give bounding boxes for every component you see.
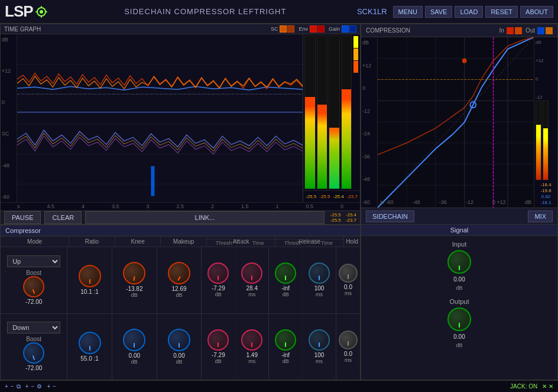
time-graph-svg bbox=[17, 34, 303, 202]
ratio-cell-2: 55.0 :1 bbox=[67, 314, 112, 380]
vu-meter-4 bbox=[341, 35, 352, 189]
comp-meters-container bbox=[536, 101, 556, 180]
ratio-knob-2[interactable] bbox=[79, 332, 101, 354]
save-button[interactable]: SAVE bbox=[425, 6, 453, 18]
release-time-knob-2[interactable] bbox=[309, 329, 330, 351]
color-bar-3 bbox=[353, 61, 358, 73]
vu-meter-area: -25.5 -25.5 -25.4 -23.7 bbox=[303, 34, 360, 202]
release-time-unit-1: ms bbox=[316, 291, 323, 297]
attack-thresh-knob-2[interactable] bbox=[207, 329, 229, 351]
comp-right-db-scale: dB +12 0 -12 bbox=[536, 40, 556, 100]
makeup-unit-2: dB bbox=[176, 359, 183, 365]
makeup-knob-2[interactable] bbox=[168, 329, 190, 351]
release-thresh-value-2: -inf bbox=[281, 352, 290, 358]
attack-time-knob-2[interactable] bbox=[241, 329, 262, 351]
x-label-m36: -36 bbox=[439, 199, 447, 205]
mode-select-2[interactable]: Down Up bbox=[7, 322, 60, 333]
status-paste-icon[interactable]: + bbox=[25, 383, 29, 390]
logo-text: LSP bbox=[5, 2, 33, 21]
status-link-icon[interactable]: ⚙ bbox=[37, 383, 42, 390]
knee-knob-2[interactable] bbox=[123, 329, 145, 351]
about-button[interactable]: ABOUT bbox=[520, 6, 553, 18]
boost-knob-1-indicator bbox=[33, 289, 35, 294]
status-minus-icon[interactable]: − bbox=[11, 383, 14, 390]
clear-button[interactable]: CLEAR bbox=[44, 211, 82, 224]
status-minus2-icon[interactable]: − bbox=[31, 383, 35, 390]
compressor-header: Compressor bbox=[1, 225, 360, 237]
release-thresh-cell-1: -inf dB bbox=[269, 247, 303, 313]
db-label-top: dB bbox=[2, 37, 15, 43]
status-unlink-icon[interactable]: − bbox=[53, 383, 56, 390]
x-label-m48: -48 bbox=[413, 199, 420, 205]
boost-knob-2-indicator bbox=[33, 355, 35, 360]
vu-meter-1 bbox=[304, 35, 316, 189]
svg-point-30 bbox=[462, 59, 467, 63]
in-indicator-2 bbox=[515, 27, 522, 34]
hold-knob-1-indicator bbox=[348, 274, 349, 279]
time-0: 0 bbox=[340, 203, 343, 209]
load-button[interactable]: LOAD bbox=[455, 6, 483, 18]
comp-bottom-bar: SIDECHAIN MIX bbox=[361, 208, 557, 224]
boost-label-1: Boost bbox=[26, 270, 41, 276]
status-add-icon[interactable]: + bbox=[5, 383, 8, 390]
attack-thresh-knob-1-indicator bbox=[218, 276, 219, 280]
time-2: 2 bbox=[211, 203, 214, 209]
release-thresh-knob-1-indicator bbox=[285, 276, 286, 280]
attack-time-sub: Time bbox=[241, 239, 275, 247]
boost-knob-1[interactable] bbox=[23, 276, 44, 297]
knee-knob-2-indicator bbox=[134, 343, 135, 348]
gain-indicator-2 bbox=[349, 25, 356, 33]
env-indicator-2 bbox=[317, 25, 325, 33]
compression-graph-canvas: in -60 -48 -36 -12 0 +12 dB bbox=[378, 37, 534, 208]
ratio-knob-1[interactable] bbox=[79, 265, 101, 287]
jack-status: JACK: ON bbox=[510, 383, 537, 390]
menu-button[interactable]: MENU bbox=[393, 6, 423, 18]
mode-select-1[interactable]: Up Down bbox=[7, 255, 60, 267]
release-thresh-knob-1[interactable] bbox=[275, 263, 296, 284]
mode-cell-2: Down Up Boost -72.00 bbox=[1, 314, 67, 380]
knee-cell-1: -13.82 dB bbox=[112, 247, 157, 313]
output-knob[interactable] bbox=[447, 307, 471, 331]
vu-r2-bot: -23.7 bbox=[346, 218, 356, 223]
knee-value-1: -13.82 bbox=[126, 286, 142, 292]
comp-db-12: +12 bbox=[362, 63, 376, 69]
input-knob[interactable] bbox=[447, 250, 471, 274]
vu-meter-2 bbox=[317, 35, 328, 189]
comp-row-1: Up Down Boost -72.00 10.1 :1 bbox=[1, 247, 360, 314]
release-thresh-value-1: -inf bbox=[281, 285, 290, 291]
boost-knob-2[interactable] bbox=[23, 342, 44, 364]
vu-meter-3-fill bbox=[329, 128, 339, 189]
knee-knob-1[interactable] bbox=[123, 262, 145, 284]
vu-val-4: -23.7 bbox=[346, 194, 359, 199]
makeup-knob-1[interactable] bbox=[168, 262, 190, 284]
in-indicator-1 bbox=[507, 27, 514, 34]
mix-button[interactable]: MIX bbox=[528, 210, 553, 222]
signal-title: Signal bbox=[450, 226, 469, 234]
boost-label-2: Boost bbox=[26, 336, 41, 342]
out-indicator-2 bbox=[546, 27, 553, 34]
status-settings-icon[interactable]: + bbox=[47, 383, 50, 390]
comp-col-headers: Mode Ratio Knee Makeup Attack Thresh Tim… bbox=[1, 237, 360, 247]
status-close-icons[interactable]: ✕ ✕ bbox=[542, 383, 553, 390]
vu-color-bars bbox=[353, 35, 359, 189]
hold-header: Hold bbox=[344, 237, 360, 247]
svg-rect-3 bbox=[41, 15, 42, 18]
sidechain-button[interactable]: SIDECHAIN bbox=[366, 210, 414, 222]
makeup-value-2: 0.00 bbox=[173, 352, 184, 359]
release-time-knob-1[interactable] bbox=[309, 263, 330, 284]
reset-button[interactable]: RESET bbox=[485, 6, 518, 18]
status-copy-icon[interactable]: ⧉ bbox=[17, 383, 21, 390]
pause-button[interactable]: PAUSE bbox=[4, 211, 41, 224]
attack-time-knob-1[interactable] bbox=[241, 263, 262, 284]
release-thresh-knob-2[interactable] bbox=[275, 329, 296, 351]
attack-thresh-knob-1[interactable] bbox=[207, 263, 229, 284]
boost-value-2: -72.00 bbox=[25, 365, 42, 371]
link-button[interactable]: LINK... bbox=[85, 211, 324, 224]
attack-time-cell-2: 1.49 ms bbox=[235, 314, 269, 380]
hold-knob-2[interactable] bbox=[339, 331, 358, 349]
svg-point-1 bbox=[40, 10, 43, 14]
attack-thresh-unit-2: dB bbox=[215, 358, 222, 364]
color-bar-2 bbox=[353, 48, 358, 60]
hold-knob-1[interactable] bbox=[339, 264, 358, 283]
comp-right-meters: dB +12 0 -12 -18.4 bbox=[534, 37, 557, 208]
